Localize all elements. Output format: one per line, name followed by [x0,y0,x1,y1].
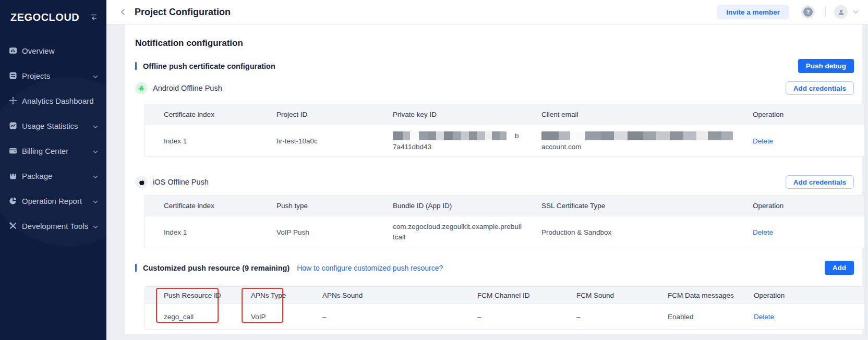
sidebar-item-label: Package [22,172,91,180]
offline-push-section-header: Offline push certificate configuration P… [135,59,854,73]
help-button[interactable]: ? [801,5,815,19]
android-credentials-table: Certificate index Project ID Private key… [135,104,854,157]
apple-icon [135,176,148,188]
android-offline-push-label: Android Offline Push [153,84,222,92]
table-row: Index 1 fir-test-10a0c b 7a411dbd43 acco… [145,125,864,156]
section-accent-bar [135,62,137,70]
apns-type-cell: VoIP [251,303,322,329]
column-header: Certificate index [145,196,276,216]
page-title: Project Configuration [135,7,231,18]
column-header: FCM Data messages [668,287,754,303]
ios-credentials-table: Certificate index Push type Bundle ID (A… [135,195,854,248]
sidebar-item-label: Overview [22,46,98,55]
column-header: Operation [753,196,864,216]
delete-link[interactable]: Delete [754,313,774,321]
column-header: SSL Certificate Type [541,196,753,216]
redacted-blocks [541,131,733,140]
sidebar-item-label: Usage Statistics [22,122,91,130]
topbar-actions: Invite a member ? [717,5,859,19]
table-header-row: Certificate index Push type Bundle ID (A… [145,196,864,216]
private-key-cell: b 7a411dbd43 [393,125,541,156]
push-resource-id-cell: zego_call [145,303,251,329]
add-push-resource-button[interactable]: Add [825,261,854,275]
delete-link[interactable]: Delete [753,137,773,145]
sidebar-item-label: Projects [22,71,91,80]
sidebar: ZEGOCLOUD Overview Projects [0,0,106,340]
column-header: Client email [541,104,753,125]
column-header: Operation [754,287,864,303]
sidebar-collapse-icon[interactable] [89,13,98,23]
project-id-cell: fir-test-10a0c [276,125,393,156]
sidebar-item-label: Billing Center [22,147,91,155]
certificate-index-cell: Index 1 [145,216,276,248]
package-icon [9,172,17,180]
push-type-cell: VoIP Push [276,216,393,248]
chevron-down-icon [93,222,98,230]
private-key-id: 7a411dbd43 [393,143,541,151]
ios-add-credentials-button[interactable]: Add credentials [786,175,854,189]
sidebar-menu: Overview Projects Analytics Dashboard [0,38,106,238]
sidebar-item-development-tools[interactable]: Development Tools [0,213,106,238]
offline-push-section-title: Offline push certificate configuration [143,62,275,70]
bundle-id-cell: com.zegocloud.zegouikit.example.prebuilt… [393,216,541,248]
push-debug-button[interactable]: Push debug [798,59,854,73]
operation-report-icon [9,197,17,205]
chevron-down-icon [93,147,98,155]
sidebar-item-billing-center[interactable]: Billing Center [0,138,106,163]
sidebar-item-operation-report[interactable]: Operation Report [0,188,106,213]
column-header: Push type [276,196,393,216]
configure-help-link[interactable]: How to configure customized push resourc… [297,264,443,272]
usage-statistics-icon [9,122,17,130]
column-header: Project ID [276,104,393,125]
client-email-domain: account.com [541,143,753,151]
sidebar-item-usage-statistics[interactable]: Usage Statistics [0,113,106,138]
table-header-row: Certificate index Project ID Private key… [145,104,864,125]
delete-link[interactable]: Delete [753,228,773,236]
apns-sound-cell: – [322,303,477,329]
chevron-down-icon [93,71,98,80]
fcm-channel-id-cell: – [477,303,576,329]
column-header: FCM Channel ID [477,287,576,303]
back-icon[interactable] [119,8,127,16]
app-root: ZEGOCLOUD Overview Projects [0,0,868,340]
sidebar-item-overview[interactable]: Overview [0,38,106,63]
android-add-credentials-button[interactable]: Add credentials [786,81,854,95]
notification-configuration-panel: Notification configuration Offline push … [125,25,862,334]
account-chevron-down-icon[interactable] [853,10,859,14]
column-header: Operation [753,104,864,125]
column-header: Private key ID [393,104,541,125]
customized-push-section-title: Customized push resource (9 remaining) [143,264,290,272]
invite-member-button[interactable]: Invite a member [717,5,789,19]
overview-icon [9,46,17,55]
certificate-index-cell: Index 1 [145,125,276,156]
fcm-data-messages-cell: Enabled [668,303,754,329]
scrollbar[interactable] [865,28,866,335]
section-accent-bar [135,264,137,272]
fcm-sound-cell: – [576,303,668,329]
table-header-row: Push Resource ID APNs Type APNs Sound FC… [145,287,864,303]
sidebar-logo-row: ZEGOCLOUD [0,0,106,23]
top-bar: Project Configuration Invite a member ? [106,0,868,25]
ios-offline-push-row: iOS Offline Push Add credentials [135,175,854,189]
chevron-down-icon [93,122,98,130]
sidebar-item-projects[interactable]: Projects [0,63,106,88]
sidebar-item-label: Development Tools [22,222,91,230]
ios-offline-push-label: iOS Offline Push [153,178,209,186]
analytics-dashboard-icon [9,96,17,105]
development-tools-icon [9,222,17,230]
sidebar-item-analytics-dashboard[interactable]: Analytics Dashboard [0,88,106,113]
column-header: FCM Sound [576,287,668,303]
sidebar-item-package[interactable]: Package [0,163,106,188]
user-icon [837,8,845,16]
column-header: Certificate index [145,104,276,125]
column-header: APNs Type [251,287,322,303]
customized-push-table: Push Resource ID APNs Type APNs Sound FC… [135,286,854,330]
android-icon [135,82,148,94]
projects-icon [9,71,17,80]
billing-center-icon [9,147,17,155]
question-mark-icon: ? [803,7,813,17]
avatar[interactable] [834,5,848,19]
sidebar-item-label: Operation Report [22,197,91,205]
divider [825,7,826,17]
ssl-certificate-type-cell: Production & Sandbox [541,216,753,248]
